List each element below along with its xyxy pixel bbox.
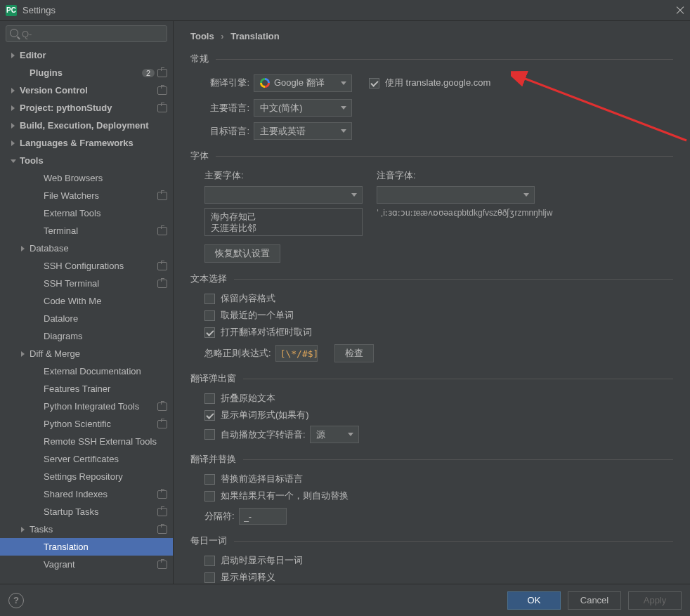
spacer [34,192,41,199]
show-word-forms-checkbox[interactable]: 显示单词形式(如果有) [204,409,673,421]
sidebar-item-project-pythonstudy[interactable]: Project: pythonStudy [0,99,173,117]
cancel-button[interactable]: Cancel [568,591,621,610]
sidebar-item-server-certificates[interactable]: Server Certificates [0,450,173,468]
nearest-word-checkbox[interactable]: 取最近的一个单词 [204,309,673,322]
sidebar-item-code-with-me[interactable]: Code With Me [0,292,173,310]
sidebar-item-label: Languages & Frameworks [20,138,167,148]
chevron-down-icon [341,81,346,85]
project-tag-icon [157,227,167,235]
use-google-com-checkbox[interactable]: 使用 translate.google.com [369,77,490,89]
chevron-right-icon [20,350,27,358]
dst-lang-label: 目标语言: [204,125,249,138]
spacer [34,561,41,568]
sidebar-item-translation[interactable]: Translation [0,538,173,556]
search-input[interactable] [6,25,167,42]
spacer [34,280,41,287]
project-tag-icon [157,420,167,428]
project-tag-icon [157,508,167,516]
show-on-start-checkbox[interactable]: 启动时显示每日一词 [204,554,673,567]
sidebar-item-label: Datalore [44,313,167,324]
chevron-right-icon: › [221,31,223,41]
sidebar-item-web-browsers[interactable]: Web Browsers [0,169,173,187]
phonetic-font-label: 注音字体: [377,169,552,182]
sidebar-item-label: Version Control [20,85,157,96]
breadcrumb: Tools › Translation [190,31,673,41]
sidebar-item-vagrant[interactable]: Vagrant [0,556,173,573]
sidebar-item-file-watchers[interactable]: File Watchers [0,187,173,204]
font-preview: 海内存知己天涯若比邻 [204,208,363,236]
reset-font-button[interactable]: 恢复默认设置 [204,244,280,263]
spacer [34,368,41,375]
sidebar-item-terminal[interactable]: Terminal [0,222,173,240]
sidebar-item-external-tools[interactable]: External Tools [0,204,173,222]
sidebar-item-database[interactable]: Database [0,240,173,257]
title-bar: PC Settings [0,0,690,21]
tts-source-combo[interactable]: 源 [310,426,359,443]
chevron-right-icon [20,526,27,533]
dst-lang-combo[interactable]: 主要或英语 [254,122,352,140]
sidebar-item-diagrams[interactable]: Diagrams [0,327,173,345]
spacer [34,438,41,445]
regex-check-button[interactable]: 检查 [334,344,374,362]
sidebar-item-python-integrated-tools[interactable]: Python Integrated Tools [0,398,173,415]
sidebar-item-label: Features Trainer [44,384,167,394]
sidebar-item-plugins[interactable]: Plugins2 [0,64,173,81]
sidebar-item-external-documentation[interactable]: External Documentation [0,362,173,380]
sidebar-item-python-scientific[interactable]: Python Scientific [0,415,173,433]
phonetic-font-combo[interactable] [377,186,535,204]
sidebar-item-version-control[interactable]: Version Control [0,81,173,99]
search-box [6,25,167,42]
sidebar-item-ssh-configurations[interactable]: SSH Configurations [0,257,173,275]
sidebar-item-tasks[interactable]: Tasks [0,520,173,538]
sidebar-item-settings-repository[interactable]: Settings Repository [0,468,173,485]
breadcrumb-root[interactable]: Tools [190,31,214,41]
sidebar-item-label: Editor [20,50,167,60]
fold-original-checkbox[interactable]: 折叠原始文本 [204,392,673,405]
sidebar-item-diff-merge[interactable]: Diff & Merge [0,345,173,362]
sidebar-item-ssh-terminal[interactable]: SSH Terminal [0,275,173,292]
sidebar-item-label: Translation [44,542,167,552]
separator-input[interactable] [239,508,287,525]
sidebar-item-tools[interactable]: Tools [0,152,173,169]
sidebar-item-label: Tools [20,155,167,166]
sidebar-item-languages-frameworks[interactable]: Languages & Frameworks [0,134,173,152]
sidebar-item-shared-indexes[interactable]: Shared Indexes [0,485,173,503]
show-definition-checkbox[interactable]: 显示单词释义 [204,571,673,584]
settings-tree[interactable]: EditorPlugins2Version ControlProject: py… [0,46,173,584]
project-tag-icon [157,490,167,499]
spacer [34,228,41,235]
engine-combo[interactable]: Google 翻译 [254,74,352,92]
sidebar-item-label: Server Certificates [44,454,167,464]
sidebar-item-editor[interactable]: Editor [0,46,173,64]
sidebar-item-label: External Tools [44,208,167,218]
regex-input[interactable]: [\*/#$] [275,345,318,362]
apply-button[interactable]: Apply [628,591,682,610]
chevron-right-icon [10,52,17,59]
sidebar-item-remote-ssh-external-tools[interactable]: Remote SSH External Tools [0,433,173,450]
auto-tts-checkbox[interactable]: 自动播放文字转语音: 源 [204,426,673,443]
open-dialog-checkbox[interactable]: 打开翻译对话框时取词 [204,326,673,339]
src-lang-combo[interactable]: 中文(简体) [254,99,352,117]
select-before-replace-checkbox[interactable]: 替换前选择目标语言 [204,473,673,485]
spacer [34,473,41,480]
help-icon[interactable]: ? [8,593,24,608]
chevron-right-icon [10,105,17,112]
spacer [34,298,41,305]
breadcrumb-leaf: Translation [230,31,279,41]
sidebar-item-startup-tasks[interactable]: Startup Tasks [0,503,173,520]
sidebar-item-label: Tasks [30,524,157,535]
sidebar-item-build-execution-deployment[interactable]: Build, Execution, Deployment [0,117,173,134]
close-icon[interactable] [676,6,684,15]
project-tag-icon [157,402,167,411]
ok-button[interactable]: OK [507,591,561,610]
chevron-down-icon [351,193,357,197]
keep-format-checkbox[interactable]: 保留内容格式 [204,292,673,305]
auto-replace-one-checkbox[interactable]: 如果结果只有一个，则自动替换 [204,490,673,502]
app-icon: PC [6,5,17,16]
sidebar-item-features-trainer[interactable]: Features Trainer [0,380,173,398]
sidebar-item-datalore[interactable]: Datalore [0,310,173,327]
spacer [34,403,41,410]
primary-font-combo[interactable] [204,186,363,204]
phonetic-preview: ˈ ˌiːɜɑːɔuːɪeæʌɒʊəaɛpbtdkgfvszθðʃʒrzmnŋh… [377,208,552,218]
spacer [34,210,41,217]
